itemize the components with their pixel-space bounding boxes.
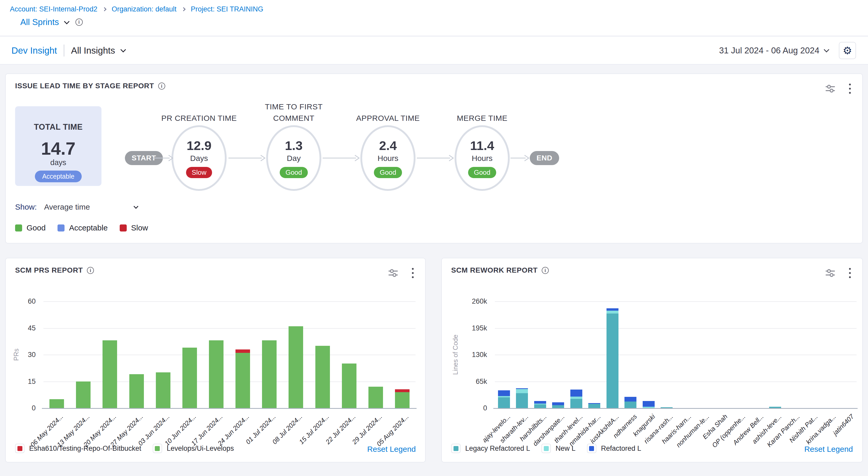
stage-circle-first-comment[interactable]: 1.3 Day Good (266, 125, 321, 191)
bar-segment[interactable] (498, 390, 510, 396)
end-pill: END (530, 151, 559, 165)
stage-value: 2.4 (379, 138, 397, 153)
bar-segment[interactable] (588, 403, 600, 404)
panel-title: ISSUE LEAD TIME BY STAGE REPORT i (15, 82, 165, 90)
info-icon[interactable]: i (158, 83, 165, 90)
stage-circle-approval[interactable]: 2.4 Hours Good (360, 125, 415, 191)
legend-item[interactable]: Refactored L (587, 444, 641, 453)
bar-segment[interactable] (661, 407, 673, 408)
bar-segment[interactable] (607, 308, 618, 311)
breadcrumb-organization[interactable]: Organization: default (112, 5, 177, 13)
bar-segment[interactable] (102, 340, 117, 408)
bar-segment[interactable] (643, 401, 655, 407)
legend-item[interactable]: Legacy Refactored L (451, 444, 530, 453)
bar-segment[interactable] (395, 392, 409, 408)
scm-rework-panel: SCM REWORK REPORT i Lines of Code 065k13… (441, 258, 863, 463)
date-range-value[interactable]: 31 Jul 2024 - 06 Aug 2024 (719, 46, 819, 56)
legend-swatch (18, 446, 22, 451)
bar-segment[interactable] (588, 404, 600, 408)
bar-segment[interactable] (552, 402, 564, 405)
bar-segment[interactable] (643, 407, 655, 408)
bar-segment[interactable] (156, 373, 170, 408)
bar-segment[interactable] (288, 326, 303, 408)
bar-segment[interactable] (516, 389, 528, 393)
bar-segment[interactable] (516, 388, 528, 389)
settings-button[interactable]: ⚙ (839, 42, 856, 59)
chart-legend: Legacy Refactored LNew LRefactored L (451, 444, 641, 453)
insight-name[interactable]: Dev Insight (11, 45, 57, 56)
flow-arrow (323, 154, 360, 162)
gridline (495, 301, 857, 302)
chevron-down-icon[interactable] (133, 204, 138, 209)
panel-title-text: ISSUE LEAD TIME BY STAGE REPORT (15, 82, 154, 90)
bar-segment[interactable] (607, 311, 618, 314)
stage-unit: Days (190, 154, 208, 163)
filter-sliders-icon[interactable] (825, 83, 835, 94)
bar-segment[interactable] (182, 348, 197, 408)
bar-segment[interactable] (209, 340, 223, 408)
divider (64, 44, 64, 57)
legend-item[interactable]: Esha610/Testing-Repo-Of-Bitbucket (15, 444, 141, 453)
bar-segment[interactable] (368, 387, 383, 408)
stage-unit: Hours (377, 154, 398, 163)
chevron-right-icon (102, 7, 107, 11)
stage-unit: Day (287, 154, 301, 163)
stage-circle-pr-creation[interactable]: 12.9 Days Slow (172, 125, 227, 191)
legend-swatch (120, 225, 127, 232)
reset-legend-link[interactable]: Reset Legend (367, 445, 416, 454)
y-axis-tick: 65k (461, 378, 487, 386)
gridline (43, 328, 415, 329)
top-bar: Account: SEI-Internal-Prod2 Organization… (0, 0, 868, 36)
sprint-selector-label[interactable]: All Sprints (20, 17, 59, 27)
bar-segment[interactable] (570, 390, 582, 396)
bar-segment[interactable] (552, 405, 564, 408)
flow-arrow (228, 154, 266, 162)
bar-segment[interactable] (76, 382, 91, 408)
bar-segment[interactable] (262, 340, 277, 408)
bar-segment[interactable] (534, 405, 546, 408)
bar-segment[interactable] (534, 401, 546, 403)
kebab-menu-icon[interactable] (849, 84, 851, 94)
bar-segment[interactable] (315, 346, 330, 408)
stage-rating-badge: Good (280, 167, 308, 178)
bar-segment[interactable] (498, 396, 510, 397)
breadcrumb-account[interactable]: Account: SEI-Internal-Prod2 (10, 5, 97, 13)
legend-item[interactable]: Levelops/Ui-Levelops (153, 444, 234, 453)
bar-segment[interactable] (516, 393, 528, 408)
bar-segment[interactable] (624, 397, 637, 401)
bar-segment[interactable] (395, 389, 409, 392)
date-range-picker[interactable]: 31 Jul 2024 - 06 Aug 2024 (719, 46, 829, 56)
chevron-down-icon[interactable] (64, 19, 69, 24)
rework-bar-chart: 065k130k195k260kajay-levelo...sharath-le… (442, 258, 862, 462)
stage-circle-merge[interactable]: 11.4 Hours Good (455, 125, 510, 191)
bar-segment[interactable] (624, 401, 637, 408)
sprint-selector[interactable]: All Sprints i (20, 17, 83, 27)
y-axis-tick: 0 (10, 404, 36, 412)
breadcrumb-project[interactable]: Project: SEI TRAINING (191, 5, 263, 13)
bar-segment[interactable] (50, 399, 64, 408)
bar-segment[interactable] (570, 396, 582, 399)
bar-segment[interactable] (236, 353, 250, 408)
bar-segment[interactable] (570, 399, 582, 408)
bar-segment[interactable] (607, 314, 618, 408)
breadcrumb: Account: SEI-Internal-Prod2 Organization… (10, 5, 263, 13)
insights-menu[interactable]: All Insights (71, 45, 125, 56)
bar-segment[interactable] (236, 350, 250, 353)
stage-value: 12.9 (187, 138, 211, 153)
reset-legend-link[interactable]: Reset Legend (804, 445, 853, 454)
scm-prs-panel: SCM PRS REPORT i PRs 01530456006 May 202… (5, 258, 426, 463)
bar-segment[interactable] (769, 407, 781, 408)
bar-segment[interactable] (498, 397, 510, 408)
legend-label: Slow (131, 224, 148, 232)
bar-segment[interactable] (534, 404, 546, 405)
legend-item[interactable]: New L (541, 444, 576, 453)
info-icon[interactable]: i (75, 19, 83, 26)
stage-unit: Hours (472, 154, 493, 163)
insights-menu-label[interactable]: All Insights (71, 45, 115, 56)
x-axis-line (493, 408, 858, 409)
bar-segment[interactable] (129, 374, 144, 408)
show-dropdown[interactable]: Average time (44, 203, 90, 211)
bar-segment[interactable] (342, 363, 356, 408)
y-axis-tick: 195k (461, 324, 487, 332)
legend-label: Legacy Refactored L (465, 445, 530, 452)
